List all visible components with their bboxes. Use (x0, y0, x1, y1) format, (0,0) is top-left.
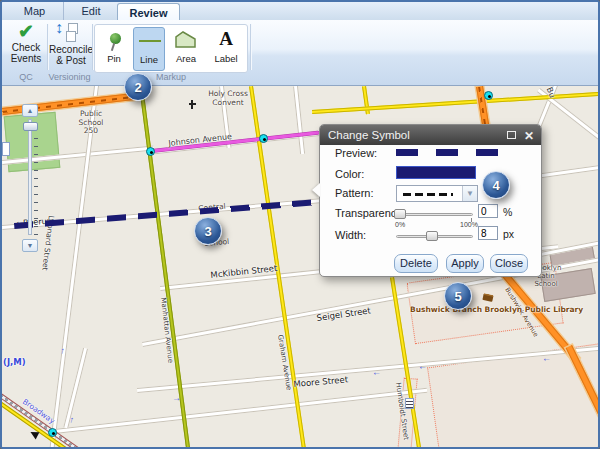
group-separator (250, 24, 251, 70)
symbol-preview-dash (396, 149, 418, 156)
vertex-dot[interactable] (146, 147, 155, 156)
transparency-unit: % (503, 206, 512, 218)
area-tool-button[interactable]: Area (169, 27, 203, 71)
tab-edit[interactable]: Edit (65, 2, 117, 20)
map-zoom-slider: ▲ ▼ (22, 104, 40, 254)
ribbon-tab-strip: Map Edit Review (2, 2, 598, 20)
width-unit: px (503, 228, 514, 240)
pattern-sample (403, 193, 453, 196)
color-swatch[interactable] (396, 166, 476, 179)
zoom-out-button[interactable]: ▼ (22, 239, 38, 252)
one-way-arrow-icon: → (172, 394, 182, 404)
vertex-dot[interactable] (484, 91, 493, 100)
line-tool-button[interactable]: Line (133, 27, 165, 71)
application-window: Map Edit Review ✔ Check Events ↕ Reconci… (0, 0, 600, 449)
area-icon (169, 27, 203, 53)
transparency-min-label: 0% (395, 221, 405, 228)
preview-label: Preview: (335, 147, 377, 159)
road-varet-street (54, 388, 427, 434)
poi-label-holy-cross: Holy Cross Convent (202, 90, 254, 107)
callout-badge-5: 5 (444, 282, 472, 310)
one-way-arrow-icon: ← (542, 354, 551, 363)
poi-label-library: Bushwick Branch Brooklyn Public Library (410, 305, 583, 314)
group-label-versioning: Versioning (47, 72, 92, 82)
width-input[interactable] (478, 226, 498, 240)
group-label-qc: QC (6, 72, 46, 82)
pattern-label: Pattern: (335, 187, 374, 199)
check-icon: ✔ (6, 22, 46, 42)
group-label-markup: Markup (94, 72, 248, 82)
group-separator (47, 24, 48, 70)
tab-review[interactable]: Review (117, 3, 180, 21)
road-side-street (293, 86, 305, 154)
zoom-slider-track[interactable] (28, 119, 32, 235)
dialog-title: Change Symbol (328, 129, 410, 141)
color-label: Color: (335, 168, 364, 180)
transparency-max-label: 100% (460, 221, 478, 228)
church-cross-icon (189, 103, 196, 105)
road-side-street (535, 164, 598, 179)
reconcile-icon: ↕ (49, 22, 93, 44)
one-way-arrow-icon: ← (418, 362, 427, 371)
map-canvas[interactable]: Broadway Public School 250 Holy Cross Co… (2, 86, 598, 447)
tab-map[interactable]: Map (6, 2, 64, 20)
transparency-input[interactable] (478, 204, 498, 218)
pin-icon (99, 27, 129, 53)
subway-station-label: (J,M) (3, 357, 26, 367)
label-icon: A (207, 27, 245, 53)
restore-icon[interactable] (507, 131, 516, 139)
transit-icon (405, 398, 414, 409)
width-label: Width: (335, 229, 366, 241)
width-slider-handle[interactable] (426, 231, 438, 241)
one-way-arrow-icon: ← (58, 346, 69, 357)
vertex-dot[interactable] (48, 428, 57, 437)
dialog-pointer (312, 183, 320, 197)
label-label: Label (207, 53, 245, 64)
label-tool-button[interactable]: A Label (207, 27, 245, 71)
dialog-title-bar[interactable]: Change Symbol ✕ (320, 125, 541, 145)
area-label: Area (169, 53, 203, 64)
apply-button[interactable]: Apply (446, 254, 484, 273)
transparency-slider-track[interactable] (396, 213, 473, 216)
delete-button[interactable]: Delete (394, 254, 438, 273)
markup-tool-panel: Pin Line Area A Label (94, 24, 248, 73)
check-events-button[interactable]: ✔ Check Events (6, 22, 46, 72)
reconcile-post-button[interactable]: ↕ Reconcile & Post (49, 22, 93, 72)
line-label: Line (134, 54, 164, 65)
transparency-slider-handle[interactable] (394, 209, 406, 219)
church-cross-icon (191, 100, 193, 109)
vertex-dot[interactable] (259, 134, 268, 143)
callout-badge-2: 2 (124, 73, 152, 101)
line-icon (134, 28, 164, 54)
close-icon[interactable]: ✕ (524, 126, 534, 146)
close-button[interactable]: Close (490, 254, 528, 273)
reconcile-post-label: Reconcile & Post (49, 44, 93, 66)
chevron-down-icon[interactable]: ▼ (462, 186, 477, 201)
callout-badge-3: 3 (194, 217, 222, 245)
pin-tool-button[interactable]: Pin (99, 27, 129, 71)
one-way-arrow-icon: ← (67, 415, 78, 426)
symbol-preview-dash (436, 149, 458, 156)
group-separator (92, 24, 93, 70)
zoom-in-button[interactable]: ▲ (22, 104, 38, 117)
pattern-dropdown[interactable]: ▼ (396, 185, 478, 202)
zoom-slider-ticks (34, 138, 38, 238)
symbol-preview-dash (476, 149, 498, 156)
transit-icon (2, 142, 10, 156)
check-events-label: Check Events (6, 42, 46, 64)
callout-badge-4: 4 (482, 171, 510, 199)
poi-label-public-school: Public School 250 (72, 110, 110, 136)
one-way-arrow-icon: ← (372, 368, 381, 377)
pin-label: Pin (99, 53, 129, 64)
change-symbol-dialog: Change Symbol ✕ Preview: Color: Pattern:… (319, 124, 542, 277)
ribbon: ✔ Check Events ↕ Reconcile & Post Pin Li… (2, 20, 598, 86)
zoom-slider-handle[interactable] (23, 122, 38, 131)
